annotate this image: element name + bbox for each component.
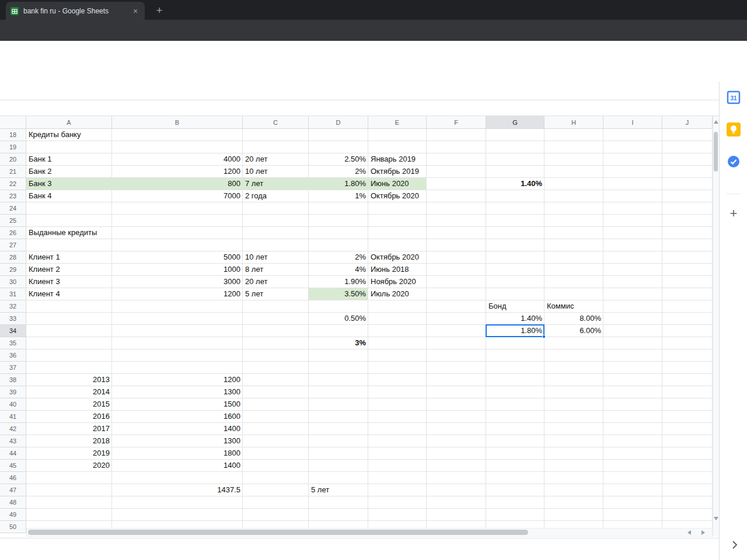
cell-B23[interactable]: 7000 — [112, 190, 243, 202]
column-header-E[interactable]: E — [368, 116, 427, 129]
row-header-19[interactable]: 19 — [0, 141, 26, 153]
fill-handle[interactable] — [542, 335, 546, 338]
row-header-20[interactable]: 20 — [0, 153, 26, 166]
cell-B39[interactable]: 1300 — [112, 386, 243, 398]
cell-E22[interactable]: Июнь 2020 — [368, 178, 427, 190]
new-tab-button[interactable]: + — [153, 4, 166, 17]
column-header-B[interactable]: B — [112, 116, 243, 129]
cell-B22[interactable]: 800 — [112, 178, 243, 190]
column-header-C[interactable]: C — [243, 116, 309, 129]
cell-D33[interactable]: 0.50% — [309, 313, 368, 325]
cell-B30[interactable]: 3000 — [112, 276, 243, 288]
cell-A18[interactable]: Кредиты банку — [26, 129, 112, 141]
row-header-47[interactable]: 47 — [0, 484, 26, 496]
tasks-icon[interactable] — [727, 155, 741, 169]
column-header-A[interactable]: A — [26, 116, 112, 129]
row-header-37[interactable]: 37 — [0, 362, 26, 374]
row-header-49[interactable]: 49 — [0, 509, 26, 521]
row-header-30[interactable]: 30 — [0, 276, 26, 288]
row-header-48[interactable]: 48 — [0, 496, 26, 509]
cell-A23[interactable]: Банк 4 — [26, 190, 112, 202]
row-header-44[interactable]: 44 — [0, 447, 26, 460]
cell-C31[interactable]: 5 лет — [243, 288, 309, 300]
cell-C30[interactable]: 20 лет — [243, 276, 309, 288]
cell-B42[interactable]: 1400 — [112, 423, 243, 435]
cell-B47[interactable]: 1437.5 — [112, 484, 243, 496]
cell-E23[interactable]: Октябрь 2020 — [368, 190, 427, 202]
cell-E28[interactable]: Октябрь 2020 — [368, 251, 427, 264]
cell-A38[interactable]: 2013 — [26, 374, 112, 386]
cell-B41[interactable]: 1600 — [112, 411, 243, 423]
row-header-27[interactable]: 27 — [0, 239, 26, 251]
cell-A22[interactable]: Банк 3 — [26, 178, 112, 190]
row-header-32[interactable]: 32 — [0, 300, 26, 313]
cell-B29[interactable]: 1000 — [112, 264, 243, 276]
row-header-18[interactable]: 18 — [0, 129, 26, 141]
cell-B28[interactable]: 5000 — [112, 251, 243, 264]
keep-icon[interactable] — [727, 123, 741, 136]
row-header-50[interactable]: 50 — [0, 521, 26, 533]
row-header-41[interactable]: 41 — [0, 411, 26, 423]
cell-D22[interactable]: 1.80% — [309, 178, 368, 190]
cell-E20[interactable]: Январь 2019 — [368, 153, 427, 166]
column-header-J[interactable]: J — [662, 116, 713, 129]
calendar-icon[interactable]: 31 — [727, 90, 741, 104]
row-header-36[interactable]: 36 — [0, 349, 26, 362]
row-header-45[interactable]: 45 — [0, 460, 26, 472]
column-header-I[interactable]: I — [603, 116, 662, 129]
column-header-D[interactable]: D — [309, 116, 368, 129]
cell-E29[interactable]: Июнь 2018 — [368, 264, 427, 276]
cell-C20[interactable]: 20 лет — [243, 153, 309, 166]
cell-E21[interactable]: Октябрь 2019 — [368, 166, 427, 178]
cell-A44[interactable]: 2019 — [26, 447, 112, 460]
cell-D28[interactable]: 2% — [309, 251, 368, 264]
row-header-33[interactable]: 33 — [0, 313, 26, 325]
row-header-38[interactable]: 38 — [0, 374, 26, 386]
cell-B20[interactable]: 4000 — [112, 153, 243, 166]
vertical-scrollbar[interactable] — [713, 116, 719, 537]
row-header-21[interactable]: 21 — [0, 166, 26, 178]
cell-A20[interactable]: Банк 1 — [26, 153, 112, 166]
get-add-ons-button[interactable]: + — [727, 205, 741, 222]
cell-A42[interactable]: 2017 — [26, 423, 112, 435]
cell-H34[interactable]: 6.00% — [544, 325, 603, 337]
cell-A31[interactable]: Клиент 4 — [26, 288, 112, 300]
hide-side-panel-icon[interactable] — [728, 538, 742, 552]
cell-D47[interactable]: 5 лет — [309, 484, 368, 496]
cell-A30[interactable]: Клиент 3 — [26, 276, 112, 288]
cell-A43[interactable]: 2018 — [26, 435, 112, 447]
cell-D23[interactable]: 1% — [309, 190, 368, 202]
cell-G33[interactable]: 1.40% — [486, 313, 544, 325]
cell-B40[interactable]: 1500 — [112, 398, 243, 411]
row-header-22[interactable]: 22 — [0, 178, 26, 190]
cell-H33[interactable]: 8.00% — [544, 313, 603, 325]
horizontal-scrollbar-thumb[interactable] — [28, 530, 528, 535]
row-header-25[interactable]: 25 — [0, 215, 26, 227]
cell-D35[interactable]: 3% — [309, 337, 368, 349]
cell-A45[interactable]: 2020 — [26, 460, 112, 472]
column-header-G[interactable]: G — [486, 116, 544, 129]
row-header-28[interactable]: 28 — [0, 251, 26, 264]
cell-B44[interactable]: 1800 — [112, 447, 243, 460]
row-header-46[interactable]: 46 — [0, 472, 26, 484]
cell-C29[interactable]: 8 лет — [243, 264, 309, 276]
row-header-39[interactable]: 39 — [0, 386, 26, 398]
cell-D29[interactable]: 4% — [309, 264, 368, 276]
cell-C22[interactable]: 7 лет — [243, 178, 309, 190]
cell-A28[interactable]: Клиент 1 — [26, 251, 112, 264]
cell-B31[interactable]: 1200 — [112, 288, 243, 300]
grid-corner-button[interactable] — [0, 116, 26, 129]
cell-E31[interactable]: Июль 2020 — [368, 288, 427, 300]
cell-D21[interactable]: 2% — [309, 166, 368, 178]
cell-C23[interactable]: 2 года — [243, 190, 309, 202]
cell-B21[interactable]: 1200 — [112, 166, 243, 178]
cell-G32[interactable]: Бонд — [486, 300, 544, 313]
cell-A21[interactable]: Банк 2 — [26, 166, 112, 178]
cell-E30[interactable]: Ноябрь 2020 — [368, 276, 427, 288]
row-header-35[interactable]: 35 — [0, 337, 26, 349]
column-header-F[interactable]: F — [427, 116, 486, 129]
row-header-42[interactable]: 42 — [0, 423, 26, 435]
vertical-scrollbar-thumb[interactable] — [714, 132, 718, 172]
scroll-down-icon[interactable] — [714, 517, 718, 520]
row-header-43[interactable]: 43 — [0, 435, 26, 447]
